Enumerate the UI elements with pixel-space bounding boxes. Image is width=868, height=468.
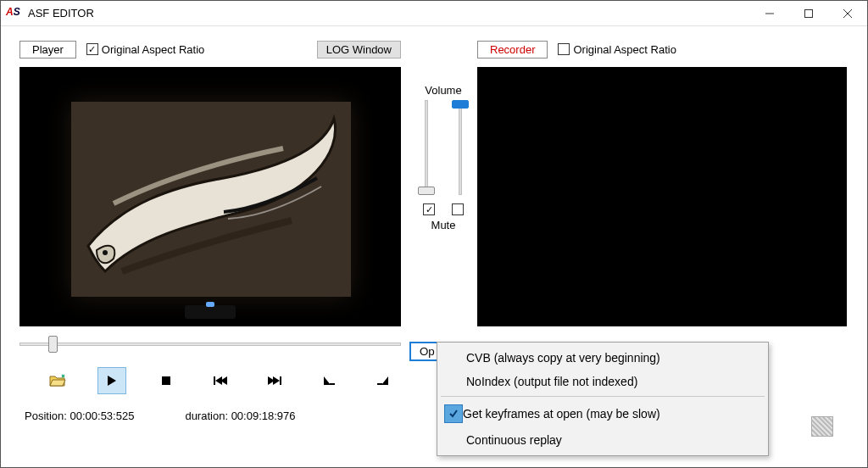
recorder-video[interactable] — [477, 67, 847, 326]
svg-rect-8 — [214, 376, 215, 385]
mark-out-button[interactable] — [369, 367, 398, 394]
options-item-cvb[interactable]: CVB (always copy at very beginning) — [437, 346, 768, 370]
transport-controls — [19, 367, 401, 394]
skip-back-button[interactable] — [206, 367, 235, 394]
check-icon — [444, 404, 463, 423]
status-row: Position: 00:00:53:525 duration: 00:09:1… — [19, 410, 401, 422]
mark-in-button[interactable] — [314, 367, 343, 394]
volume-pane: Volume Mute — [401, 38, 477, 231]
recorder-aspect-label: Original Aspect Ratio — [573, 43, 676, 56]
title-bar: AS ASF EDITOR — [1, 1, 867, 26]
options-menu: CVB (always copy at very beginning) NoIn… — [437, 342, 769, 456]
mute-right-checkbox[interactable] — [452, 203, 464, 215]
svg-marker-6 — [108, 376, 116, 386]
svg-rect-7 — [162, 376, 170, 385]
play-button[interactable] — [97, 367, 126, 394]
svg-rect-1 — [805, 9, 813, 17]
player-button[interactable]: Player — [19, 41, 76, 58]
stop-button[interactable] — [152, 367, 181, 394]
seek-thumb[interactable] — [48, 336, 58, 353]
player-pane: Player Original Aspect Ratio LOG Window — [19, 38, 401, 422]
svg-point-5 — [103, 250, 108, 255]
position-readout: Position: 00:00:53:525 — [25, 410, 134, 422]
menu-separator — [441, 396, 765, 397]
minimize-button[interactable] — [750, 1, 789, 26]
checkbox-icon — [558, 43, 570, 55]
recorder-extra-button[interactable] — [811, 416, 833, 437]
close-button[interactable] — [828, 1, 867, 26]
svg-rect-15 — [330, 383, 335, 385]
app-icon: AS — [6, 6, 21, 21]
mute-left-checkbox[interactable] — [423, 203, 435, 215]
maximize-button[interactable] — [789, 1, 828, 26]
player-video[interactable] — [19, 67, 401, 326]
skip-forward-button[interactable] — [260, 367, 289, 394]
options-item-continuous[interactable]: Continuous replay — [437, 428, 768, 452]
checkbox-icon — [86, 43, 98, 55]
mute-label: Mute — [409, 219, 477, 231]
open-file-button[interactable] — [43, 367, 72, 394]
player-aspect-label: Original Aspect Ratio — [102, 43, 204, 56]
duration-readout: duration: 00:09:18:976 — [185, 410, 295, 422]
window-title: ASF EDITOR — [28, 7, 94, 20]
player-seek-bar[interactable] — [19, 333, 401, 355]
svg-rect-13 — [280, 376, 281, 385]
recorder-aspect-checkbox[interactable]: Original Aspect Ratio — [558, 43, 676, 56]
player-aspect-checkbox[interactable]: Original Aspect Ratio — [86, 43, 204, 56]
recorder-button[interactable]: Recorder — [477, 41, 548, 58]
svg-marker-14 — [324, 376, 331, 385]
log-window-button[interactable]: LOG Window — [317, 41, 401, 58]
volume-slider-left[interactable] — [417, 100, 436, 195]
svg-marker-17 — [381, 376, 388, 385]
projector-graphic — [185, 305, 236, 319]
options-item-noindex[interactable]: NoIndex (output file not indexed) — [437, 370, 768, 393]
video-content-illustration — [71, 102, 351, 297]
volume-slider-right[interactable] — [451, 100, 470, 195]
volume-label: Volume — [409, 84, 477, 97]
client-area: Player Original Aspect Ratio LOG Window — [1, 26, 867, 467]
options-item-keyframes[interactable]: Get keyframes at open (may be slow) — [437, 399, 768, 428]
recorder-pane: Recorder Original Aspect Ratio — [477, 38, 849, 355]
window-buttons — [750, 1, 867, 26]
svg-marker-12 — [273, 376, 280, 385]
svg-rect-16 — [377, 383, 382, 385]
